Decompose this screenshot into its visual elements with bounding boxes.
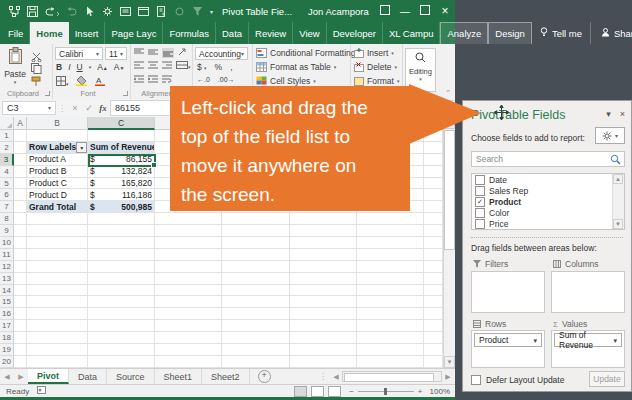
grid-cell[interactable]	[290, 261, 357, 273]
sheet-nav-right-icon[interactable]: ▶	[14, 369, 28, 384]
row-header-17[interactable]: 17	[0, 320, 14, 332]
field-checkbox[interactable]	[475, 175, 485, 185]
field-checkbox[interactable]	[475, 208, 485, 218]
values-field-pill[interactable]: Sum of Revenue▾	[554, 333, 622, 347]
grid-cell[interactable]	[357, 237, 424, 249]
ribbon-tab-design[interactable]: Design	[488, 22, 532, 44]
grid-cell[interactable]	[290, 320, 357, 332]
row-header-13[interactable]: 13	[0, 273, 14, 285]
grid-cell[interactable]	[222, 308, 290, 320]
grid-cell[interactable]	[155, 344, 222, 356]
grid-cell[interactable]: Product B	[27, 166, 88, 178]
align-left-icon[interactable]	[134, 61, 144, 71]
grid-cell[interactable]	[88, 308, 155, 320]
row-header-4[interactable]: 4	[0, 166, 14, 178]
page-layout-view-icon[interactable]	[311, 386, 324, 397]
ribbon-tab-page-layc[interactable]: Page Layc	[105, 22, 163, 44]
maximize-icon[interactable]	[415, 5, 435, 17]
grid-cell[interactable]	[27, 249, 88, 261]
grid-cell[interactable]	[222, 285, 290, 297]
row-header-11[interactable]: 11	[0, 249, 14, 261]
grid-cell[interactable]	[290, 213, 357, 225]
pane-title[interactable]: PivotTable Fields	[471, 108, 566, 122]
grid-cell[interactable]	[155, 249, 222, 261]
grid-cell[interactable]	[357, 213, 424, 225]
grid-cell[interactable]	[424, 178, 443, 190]
grid-cell[interactable]	[155, 285, 222, 297]
export-icon[interactable]	[156, 6, 167, 17]
field-item-product[interactable]: ✓Product	[472, 196, 624, 207]
grid-cell[interactable]	[88, 273, 155, 285]
grid-cell[interactable]	[14, 213, 27, 225]
grid-cell[interactable]	[222, 296, 290, 308]
grid-cell[interactable]	[14, 332, 27, 344]
grid-cell[interactable]	[155, 320, 222, 332]
grid-cell[interactable]: Product A	[27, 154, 88, 166]
scroll-down-icon[interactable]: ▼	[444, 356, 455, 368]
row-header-10[interactable]: 10	[0, 237, 14, 249]
grid-cell[interactable]	[27, 225, 88, 237]
insert-cells-button[interactable]: Insert▾	[354, 48, 394, 58]
grid-cell[interactable]	[155, 261, 222, 273]
insert-function-icon[interactable]: fx	[96, 103, 110, 113]
column-header-C[interactable]: C	[88, 117, 155, 130]
grid-cell[interactable]	[222, 249, 290, 261]
grid-cell[interactable]	[222, 273, 290, 285]
row-header-5[interactable]: 5	[0, 178, 14, 190]
grid-cell[interactable]	[357, 308, 424, 320]
sheet-tab-sheet2[interactable]: Sheet2	[202, 369, 250, 384]
clipboard-dialog-launcher[interactable]	[45, 91, 50, 96]
grid-cell[interactable]: $132,824	[88, 166, 155, 178]
grid-cell[interactable]	[290, 225, 357, 237]
grid-cell[interactable]	[14, 320, 27, 332]
ribbon-tab-xl-campu[interactable]: XL Campu	[383, 22, 441, 44]
grid-cell[interactable]	[357, 249, 424, 261]
grid-cell[interactable]	[357, 225, 424, 237]
grid-cell[interactable]: $165,820	[88, 178, 155, 190]
grid-cell[interactable]: $116,186	[88, 189, 155, 201]
hscroll-right-icon[interactable]: ▶	[443, 373, 453, 381]
grid-cell[interactable]	[222, 344, 290, 356]
save-icon[interactable]	[27, 6, 38, 17]
grid-cell[interactable]	[290, 237, 357, 249]
field-item-sales-rep[interactable]: Sales Rep	[472, 185, 624, 196]
decrease-decimal-icon[interactable]: .00→	[218, 76, 235, 83]
delete-cells-button[interactable]: Delete▾	[354, 62, 397, 72]
ribbon-tab-review[interactable]: Review	[249, 22, 293, 44]
search-box[interactable]	[471, 151, 625, 167]
new-sheet-icon[interactable]: +	[258, 370, 271, 383]
grid-cell[interactable]	[424, 249, 443, 261]
defer-layout-checkbox[interactable]	[471, 375, 481, 385]
field-item-color[interactable]: Color	[472, 207, 624, 218]
grid-cell[interactable]	[290, 273, 357, 285]
macro-record-icon[interactable]	[37, 386, 46, 396]
font-color-icon[interactable]: A	[95, 76, 105, 88]
grid-cell[interactable]	[222, 237, 290, 249]
paste-button[interactable]: Paste ▾	[3, 47, 27, 85]
row-header-15[interactable]: 15	[0, 296, 14, 308]
filters-drop-zone[interactable]	[471, 271, 545, 313]
grid-cell[interactable]	[27, 130, 88, 142]
horizontal-scrollbar[interactable]: ⋮ ◀ ▶	[319, 369, 453, 384]
grid-cell[interactable]	[27, 308, 88, 320]
columns-drop-zone[interactable]	[551, 271, 625, 313]
align-top-icon[interactable]	[134, 48, 144, 58]
field-item-price[interactable]: Price	[472, 218, 624, 229]
grid-cell[interactable]	[155, 296, 222, 308]
grid-cell[interactable]	[357, 332, 424, 344]
pane-options-icon[interactable]: ▾	[606, 109, 611, 119]
number-format-select[interactable]: Accounting▾	[195, 47, 248, 60]
ribbon-tab-analyze[interactable]: Analyze	[440, 22, 488, 44]
row-header-16[interactable]: 16	[0, 308, 14, 320]
grid-cell[interactable]: Product D	[27, 189, 88, 201]
normal-view-icon[interactable]	[294, 386, 307, 397]
grid-cell[interactable]	[357, 273, 424, 285]
font-name-select[interactable]: Calibri▾	[55, 47, 103, 60]
grid-cell[interactable]: Grand Total	[27, 201, 88, 213]
tools-button[interactable]: ▾	[595, 127, 625, 144]
grid-cell[interactable]	[27, 344, 88, 356]
grid-cell[interactable]	[222, 225, 290, 237]
format-as-table-button[interactable]: Format as Table▾	[256, 62, 336, 72]
field-checkbox[interactable]	[475, 186, 485, 196]
grid-cell[interactable]	[27, 237, 88, 249]
